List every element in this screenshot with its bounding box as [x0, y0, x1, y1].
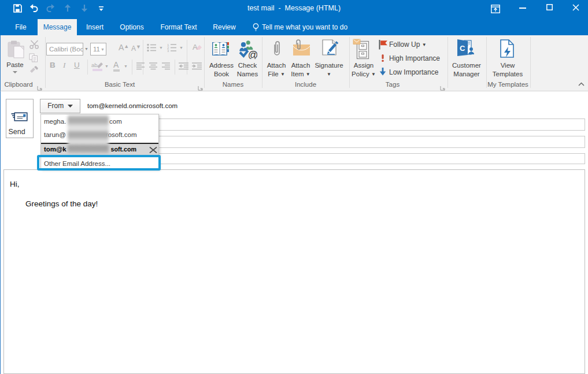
svg-text:3: 3	[167, 49, 169, 52]
svg-text:@: @	[248, 49, 257, 60]
svg-text:ab: ab	[91, 62, 98, 68]
svg-text:C: C	[460, 44, 465, 53]
